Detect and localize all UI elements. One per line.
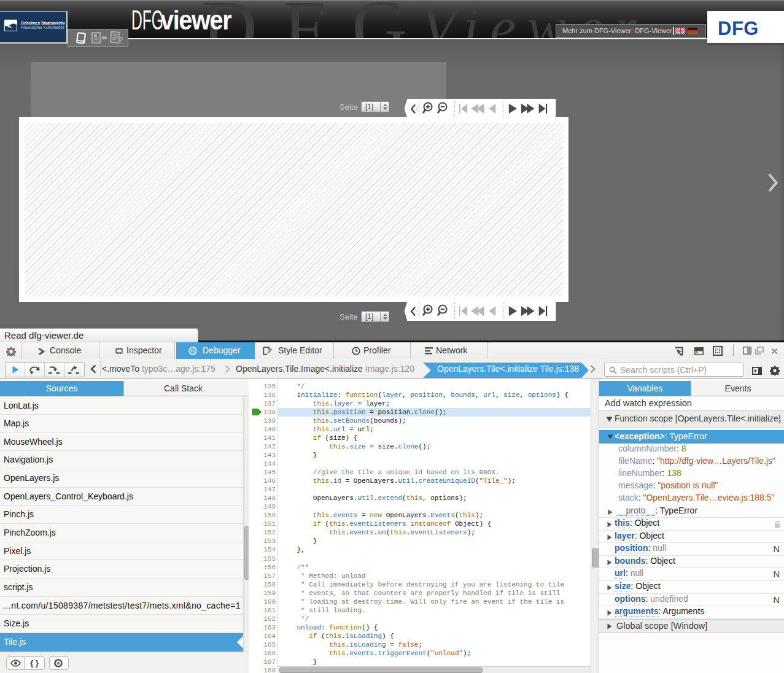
svg-text:?: ? — [118, 34, 123, 45]
